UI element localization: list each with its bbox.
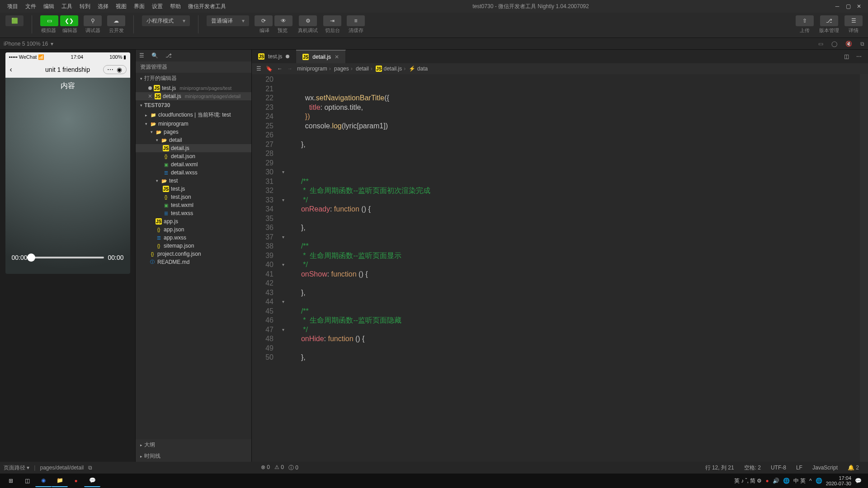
tray-record-icon[interactable]: ● <box>765 478 769 484</box>
code-area[interactable]: 2021222324252627282930313233343536373839… <box>252 74 868 462</box>
split-icon[interactable]: ◫ <box>844 53 849 60</box>
capsule-close-icon[interactable]: ◉ <box>116 66 123 73</box>
chrome-icon[interactable]: ◉ <box>35 474 52 487</box>
nav-fwd-icon[interactable]: → <box>287 66 292 72</box>
dev-phone-icon[interactable]: ▭ <box>818 41 823 47</box>
open-editor-test[interactable]: JS test.js miniprogram/pages/test <box>136 84 251 92</box>
wechat-devtools-icon[interactable]: 💬 <box>84 474 100 487</box>
dev-mute-icon[interactable]: 🔇 <box>845 41 852 47</box>
record-icon[interactable]: ● <box>68 474 84 487</box>
realdevice-button[interactable]: ⚙ <box>299 15 317 26</box>
tree-miniprogram[interactable]: ▾📂miniprogram <box>136 120 251 128</box>
menu-edit[interactable]: 编辑 <box>40 3 58 10</box>
open-editor-detail[interactable]: ✕ JS detail.js miniprogram\pages\detail <box>136 92 251 100</box>
taskview-button[interactable]: ◫ <box>19 474 35 487</box>
fold-gutter[interactable]: ▾▾▾▾▾▾ <box>280 74 286 462</box>
slider-track[interactable] <box>31 257 104 258</box>
tree-test-wxml[interactable]: ▣test.wxml <box>136 201 251 209</box>
list-icon[interactable]: ☰ <box>256 66 261 72</box>
device-select[interactable]: iPhone 5 100% 16 ▾ <box>4 41 53 47</box>
menu-project[interactable]: 项目 <box>4 3 22 10</box>
nav-back-icon[interactable]: ← <box>277 66 283 72</box>
menu-help[interactable]: 帮助 <box>166 3 184 10</box>
upload-button[interactable]: ⇧ <box>796 15 814 26</box>
tree-test-wxss[interactable]: ☰test.wxss <box>136 209 251 217</box>
cursor-pos[interactable]: 行 12, 列 21 <box>705 464 734 472</box>
app-avatar[interactable]: 🟩 <box>5 15 24 26</box>
tray-clock[interactable]: 17:04 2020-07-30 <box>826 475 851 486</box>
tree-test-json[interactable]: {}test.json <box>136 193 251 201</box>
tree-detail-json[interactable]: {}detail.json <box>136 152 251 160</box>
version-button[interactable]: ⎇ <box>820 15 838 26</box>
tree-test-js[interactable]: JStest.js <box>136 185 251 193</box>
tree-detail-wxss[interactable]: ☰detail.wxss <box>136 169 251 177</box>
bookmark-icon[interactable]: 🔖 <box>266 66 273 72</box>
list-icon[interactable]: ☰ <box>139 52 144 59</box>
simulator-button[interactable]: ▭ <box>40 15 58 26</box>
copy-icon[interactable]: ⧉ <box>88 465 92 471</box>
branch-icon[interactable]: ⎇ <box>165 52 172 59</box>
status-info-icon[interactable]: ⓘ 0 <box>288 464 298 472</box>
tree-cloudfunctions[interactable]: ▸📁cloudfunctions | 当前环境: test <box>136 110 251 120</box>
start-button[interactable]: ⊞ <box>3 474 19 487</box>
outline-section[interactable]: ▸大纲 <box>136 439 251 450</box>
timeline-section[interactable]: ▸时间线 <box>136 450 251 462</box>
window-min[interactable]: ─ <box>832 3 843 9</box>
tray-globe-icon[interactable]: 🌐 <box>816 478 822 484</box>
project-section[interactable]: ▾TEST0730 <box>136 100 251 110</box>
status-errors-icon[interactable]: ⊗ 0 <box>261 464 270 472</box>
compile-mode-select[interactable]: 普通编译▾ <box>207 15 249 26</box>
tree-readme[interactable]: ⓘREADME.md <box>136 258 251 266</box>
tree-app-js[interactable]: JSapp.js <box>136 217 251 225</box>
notification-icon[interactable]: 💬 <box>855 478 862 484</box>
tree-detail-js[interactable]: JSdetail.js <box>136 144 251 152</box>
tree-app-wxss[interactable]: ☰app.wxss <box>136 234 251 242</box>
menu-devtools[interactable]: 微信开发者工具 <box>184 3 230 10</box>
tab-test-js[interactable]: JS test.js <box>252 50 296 63</box>
preview-button[interactable]: 👁 <box>274 15 292 26</box>
minimap[interactable] <box>860 74 868 462</box>
code-text[interactable]: wx.setNavigationBarTitle({ title: option… <box>286 74 860 462</box>
file-explorer-icon[interactable]: 📁 <box>52 474 68 487</box>
compile-button[interactable]: ⟳ <box>255 15 273 26</box>
dev-popout-icon[interactable]: ⧉ <box>860 41 864 47</box>
tray-ime-icon[interactable]: 中 英 <box>793 477 806 485</box>
more-icon[interactable]: ⋯ <box>856 53 862 60</box>
menu-file[interactable]: 文件 <box>22 3 40 10</box>
menu-goto[interactable]: 转到 <box>76 3 94 10</box>
tab-detail-js[interactable]: JS detail.js ✕ <box>296 50 346 63</box>
indent[interactable]: 空格: 2 <box>744 464 761 472</box>
page-path-label[interactable]: 页面路径 ▾ <box>4 464 29 472</box>
dev-stop-icon[interactable]: ◯ <box>831 41 837 47</box>
language[interactable]: JavaScript <box>812 465 838 471</box>
tree-sitemap[interactable]: {}sitemap.json <box>136 242 251 250</box>
menu-settings[interactable]: 设置 <box>148 3 166 10</box>
back-icon[interactable]: ‹ <box>10 66 12 74</box>
detail-button[interactable]: ☰ <box>844 15 863 26</box>
editor-button[interactable]: ❮❯ <box>60 15 78 26</box>
tree-project-config[interactable]: {}project.config.json <box>136 250 251 258</box>
tray-up-icon[interactable]: ^ <box>809 478 812 484</box>
debugger-button[interactable]: ⚲ <box>84 15 102 26</box>
close-icon[interactable]: ✕ <box>147 93 153 99</box>
breadcrumb[interactable]: miniprogram› pages› detail› JS detail.js… <box>297 66 428 72</box>
window-close[interactable]: ✕ <box>854 3 864 9</box>
menu-tool[interactable]: 工具 <box>58 3 76 10</box>
tree-app-json[interactable]: {}app.json <box>136 225 251 234</box>
bell-icon[interactable]: 🔔 2 <box>848 465 859 471</box>
tray-net-icon[interactable]: 🌐 <box>783 478 790 484</box>
search-icon[interactable]: 🔍 <box>151 52 158 59</box>
menu-view[interactable]: 视图 <box>112 3 130 10</box>
close-icon[interactable]: ✕ <box>335 54 339 60</box>
mode-select[interactable]: 小程序模式▾ <box>142 15 190 26</box>
menu-ui[interactable]: 界面 <box>130 3 148 10</box>
cloud-button[interactable]: ☁ <box>107 15 125 26</box>
slider-thumb[interactable] <box>27 253 35 262</box>
ime-status[interactable]: 英 ♪ ˇ, 简 ⚙ <box>734 477 762 485</box>
capsule[interactable]: ⋯ ◉ <box>103 65 127 74</box>
menu-select[interactable]: 选择 <box>94 3 112 10</box>
window-max[interactable]: ▢ <box>843 3 854 9</box>
tree-detail-wxml[interactable]: ▣detail.wxml <box>136 160 251 169</box>
tray-volume-icon[interactable]: 🔊 <box>773 478 779 484</box>
tree-pages[interactable]: ▾📂pages <box>136 128 251 136</box>
